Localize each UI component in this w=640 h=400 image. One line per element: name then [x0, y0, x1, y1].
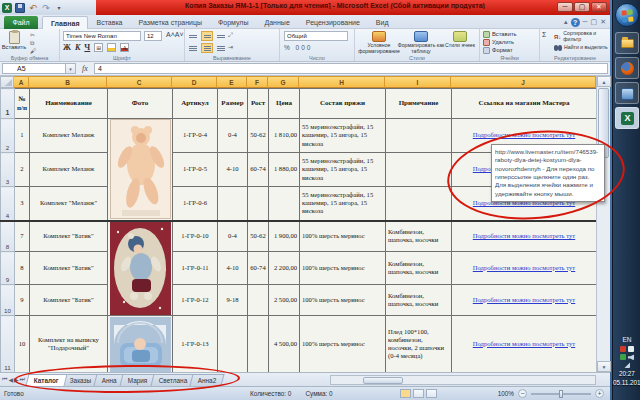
column-header-A[interactable]: A	[14, 76, 29, 88]
details-link[interactable]: Подробности можно посмотреть тут	[473, 264, 575, 271]
cell-note[interactable]: Плед 100*100, комбинезон, носочки, 2 шап…	[386, 316, 452, 373]
cell-size[interactable]	[218, 187, 248, 221]
table-header-9[interactable]: Примечание	[386, 89, 452, 119]
workbook-close-icon[interactable]: ✕	[600, 16, 606, 28]
cell-name[interactable]: Комплект "Батик"	[30, 285, 108, 316]
zoom-out-icon[interactable]: −	[518, 389, 527, 398]
redo-icon[interactable]: ↷	[41, 3, 51, 13]
vertical-scrollbar[interactable]: ▲ ▼	[596, 76, 610, 372]
italic-button[interactable]: К	[75, 43, 80, 52]
zoom-slider[interactable]	[531, 393, 591, 395]
align-center-icon[interactable]	[202, 44, 212, 52]
sheet-tab-Светлана[interactable]: Светлана	[150, 374, 195, 386]
cell-articul[interactable]: 1-ГР-0-5	[173, 153, 218, 187]
column-header-D[interactable]: D	[172, 76, 217, 88]
horizontal-scrollbar[interactable]	[330, 375, 596, 385]
taskbar-item-explorer[interactable]	[615, 32, 639, 54]
cell-height[interactable]: 50-62	[248, 119, 269, 153]
cell-price[interactable]: 1 900,00	[269, 221, 300, 252]
cell-num[interactable]: 8	[15, 252, 30, 285]
cell-price[interactable]: 1 810,00	[269, 119, 300, 153]
column-header-B[interactable]: B	[29, 76, 107, 88]
cell-articul[interactable]: 1-ГР-0-10	[173, 221, 218, 252]
name-box[interactable]: A5	[2, 63, 66, 74]
volume-icon[interactable]	[628, 354, 634, 360]
taskbar-item-firefox[interactable]	[615, 57, 639, 79]
undo-icon[interactable]: ↶	[28, 3, 38, 13]
format-painter-icon[interactable]: 🖌	[30, 48, 39, 54]
maximize-button[interactable]: ▢	[574, 2, 590, 12]
cell-note[interactable]: Комбинезон, шапочка, носочки	[386, 221, 452, 252]
cell-price[interactable]	[269, 187, 300, 221]
cell-size[interactable]: 4-10	[218, 153, 248, 187]
paste-button[interactable]: Вставить	[1, 31, 27, 50]
table-header-3[interactable]: Фото	[108, 89, 173, 119]
ribbon-tab-Рецензирование[interactable]: Рецензирование	[298, 16, 368, 29]
cell-articul[interactable]: 1-ГР-0-6	[173, 187, 218, 221]
column-header-E[interactable]: E	[217, 76, 247, 88]
cell-styles-button[interactable]: Стили ячеек	[441, 31, 479, 49]
font-color-icon[interactable]: А	[120, 43, 129, 52]
cell-height[interactable]	[248, 316, 269, 373]
start-button[interactable]	[615, 3, 639, 27]
borders-icon[interactable]: ⊞	[94, 43, 103, 52]
cell-size[interactable]: 4-10	[218, 252, 248, 285]
delete-cells-button[interactable]: Удалить	[480, 38, 539, 46]
cell-name[interactable]: Комплект "Батик"	[30, 252, 108, 285]
save-icon[interactable]	[15, 3, 25, 13]
cell-height[interactable]: 50-62	[248, 221, 269, 252]
underline-button[interactable]: Ч	[84, 43, 90, 52]
cell-yarn[interactable]: 100% шерсть меринос	[300, 221, 386, 252]
cell-yarn[interactable]: 55 мериноэкстрафайн, 15 кашемир, 15 анго…	[300, 153, 386, 187]
cell-yarn[interactable]: 100% шерсть меринос	[300, 252, 386, 285]
cell-note[interactable]	[386, 187, 452, 221]
fill-color-icon[interactable]	[107, 43, 116, 52]
align-middle-icon[interactable]	[202, 32, 212, 40]
number-format-select[interactable]: Общий	[284, 31, 348, 41]
align-top-icon[interactable]	[189, 32, 199, 40]
cell-num[interactable]: 9	[15, 285, 30, 316]
cell-note[interactable]	[386, 153, 452, 187]
workbook-minimize-icon[interactable]: ─	[583, 16, 588, 28]
cell-height[interactable]: 60-74	[248, 153, 269, 187]
table-header-1[interactable]: № п/п	[15, 89, 30, 119]
cell-size[interactable]	[218, 316, 248, 373]
cell-articul[interactable]: 1-ГР-0-11	[173, 252, 218, 285]
align-left-icon[interactable]	[189, 44, 199, 52]
sheet-tab-Каталог[interactable]: Каталог	[26, 374, 68, 386]
details-link[interactable]: Подробности можно посмотреть тут	[473, 296, 575, 303]
close-button[interactable]: ✕	[591, 2, 607, 12]
align-right-icon[interactable]	[215, 44, 225, 52]
row-header-2[interactable]: 2	[1, 119, 15, 153]
column-header-C[interactable]: C	[107, 76, 172, 88]
table-header-4[interactable]: Артикул	[173, 89, 218, 119]
ribbon-tab-Разметка страницы[interactable]: Разметка страницы	[131, 16, 211, 29]
last-sheet-icon[interactable]: ⏭	[20, 376, 25, 383]
cell-yarn[interactable]: 55 мериноэкстрафайн, 15 кашемир, 15 анго…	[300, 187, 386, 221]
cell-num[interactable]: 3	[15, 187, 30, 221]
cell-height[interactable]: 60-74	[248, 252, 269, 285]
taskbar-item-app[interactable]	[615, 82, 639, 104]
file-tab[interactable]: Файл	[4, 16, 38, 29]
cell-articul[interactable]: 1-ГР-0-4	[173, 119, 218, 153]
ribbon-tab-Данные[interactable]: Данные	[256, 16, 297, 29]
row-header-10[interactable]: 10	[1, 285, 15, 316]
normal-view-button[interactable]	[400, 389, 411, 398]
cell-price[interactable]: 2 500,00	[269, 285, 300, 316]
minimize-button[interactable]: ─	[557, 2, 573, 12]
ribbon-tab-Вид[interactable]: Вид	[368, 16, 397, 29]
antivirus-tray-icon[interactable]	[620, 346, 626, 352]
row-header-1[interactable]: 1	[1, 89, 15, 119]
autosum-button[interactable]: Σ	[542, 31, 546, 38]
row-header-9[interactable]: 9	[1, 252, 15, 285]
prev-sheet-icon[interactable]: ◀	[8, 376, 13, 383]
bold-button[interactable]: Ж	[63, 43, 71, 52]
zoom-slider-handle[interactable]	[559, 390, 563, 398]
qat-dropdown-icon[interactable]: ▾	[54, 3, 64, 13]
details-link[interactable]: Подробности можно посмотреть тут	[473, 340, 575, 347]
table-header-5[interactable]: Размер	[218, 89, 248, 119]
row-header-3[interactable]: 3	[1, 153, 15, 187]
table-header-2[interactable]: Наименование	[30, 89, 108, 119]
cell-note[interactable]: Комбинезон, шапочка, носочки	[386, 285, 452, 316]
sort-filter-button[interactable]: Я↓ Сортировка и фильтр	[554, 31, 610, 42]
